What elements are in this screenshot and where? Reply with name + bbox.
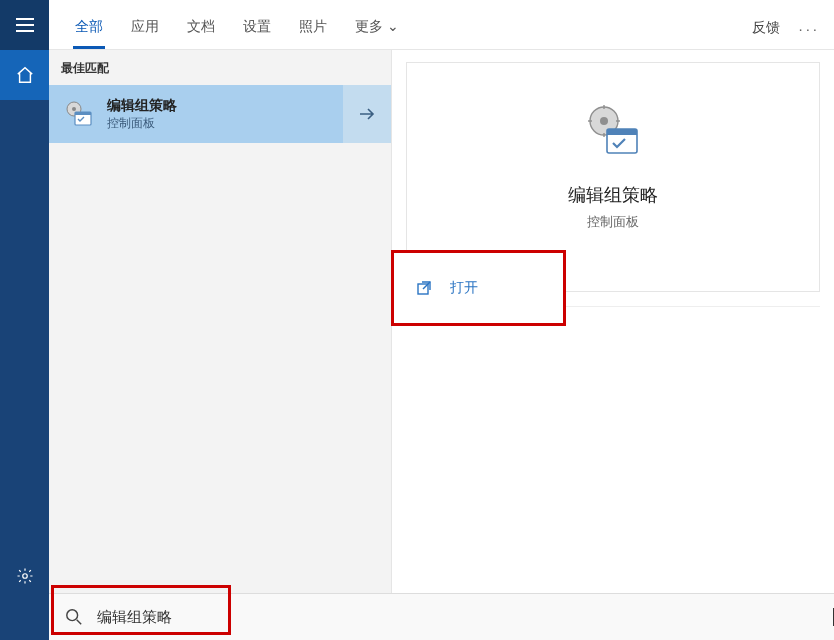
result-title: 编辑组策略 — [107, 97, 177, 115]
tab-more[interactable]: 更多⌄ — [353, 18, 401, 49]
svg-point-17 — [67, 610, 78, 621]
home-icon[interactable] — [0, 50, 49, 100]
results-panel: 最佳匹配 — [49, 50, 392, 593]
more-options-icon[interactable]: ··· — [798, 20, 820, 37]
svg-point-9 — [600, 117, 608, 125]
svg-point-5 — [72, 107, 76, 111]
feedback-link[interactable]: 反馈 — [752, 19, 780, 37]
svg-line-18 — [77, 620, 82, 625]
chevron-down-icon: ⌄ — [387, 18, 399, 34]
detail-panel: 编辑组策略 控制面板 打开 — [406, 50, 834, 593]
tab-all[interactable]: 全部 — [73, 18, 105, 49]
svg-rect-15 — [607, 129, 637, 135]
svg-rect-7 — [75, 112, 91, 115]
search-icon — [65, 608, 83, 626]
gpedit-icon — [63, 98, 95, 130]
tab-apps[interactable]: 应用 — [129, 18, 161, 49]
result-item[interactable]: 编辑组策略 控制面板 — [49, 85, 391, 143]
tab-photos[interactable]: 照片 — [297, 18, 329, 49]
open-label: 打开 — [450, 279, 478, 297]
hamburger-menu[interactable] — [0, 0, 49, 50]
open-action[interactable]: 打开 — [391, 250, 566, 326]
section-header: 最佳匹配 — [49, 50, 391, 85]
detail-gpedit-icon — [581, 99, 645, 163]
expand-arrow-icon[interactable] — [343, 85, 391, 143]
gear-icon[interactable] — [0, 556, 49, 596]
tab-docs[interactable]: 文档 — [185, 18, 217, 49]
tab-settings[interactable]: 设置 — [241, 18, 273, 49]
detail-title: 编辑组策略 — [568, 183, 658, 207]
result-subtitle: 控制面板 — [107, 115, 177, 132]
svg-point-3 — [22, 574, 27, 579]
search-input[interactable] — [97, 609, 831, 626]
detail-subtitle: 控制面板 — [587, 213, 639, 231]
search-bar[interactable] — [49, 593, 834, 640]
open-icon — [416, 280, 432, 296]
